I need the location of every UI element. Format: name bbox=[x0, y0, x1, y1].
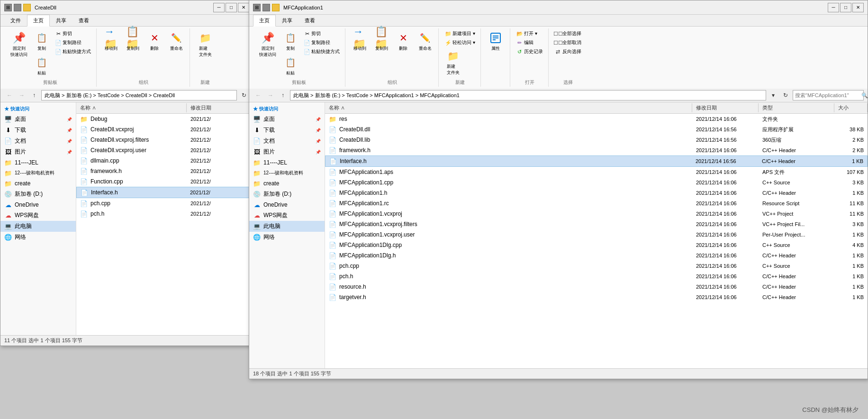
win2-open-btn[interactable]: 📂 打开 ▾ bbox=[514, 29, 540, 38]
win2-refresh-btn[interactable]: ↻ bbox=[780, 90, 791, 100]
table-row[interactable]: 📄pch.cpp 2021/12/ bbox=[76, 198, 253, 209]
win1-copy-btn[interactable]: 📋 复制 bbox=[32, 29, 52, 54]
win1-tab-view[interactable]: 查看 bbox=[72, 15, 95, 27]
win1-sidebar-downloads[interactable]: ⬇ 下载 📌 bbox=[0, 125, 76, 136]
win1-sidebar-thispc[interactable]: 💻 此电脑 bbox=[0, 221, 76, 232]
win2-sidebar-drive-d[interactable]: 💿 新加卷 (D:) bbox=[249, 189, 325, 200]
table-row[interactable]: 📄Interface.h 2021/12/ bbox=[76, 187, 253, 198]
win2-new-item-btn[interactable]: 📁 新建项目 ▾ bbox=[443, 29, 478, 38]
table-row[interactable]: 📄CreateDll.dll 2021/12/14 16:56 应用程序扩展 3… bbox=[325, 124, 868, 135]
win2-history-btn[interactable]: ↺ 历史记录 bbox=[514, 47, 545, 56]
win2-sidebar-jel[interactable]: 📁 11----JEL bbox=[249, 157, 325, 168]
win1-copypath-btn[interactable]: 📄 复制路径 bbox=[53, 38, 93, 47]
win1-sidebar-documents[interactable]: 📄 文档 📌 bbox=[0, 136, 76, 146]
win2-sidebar-network[interactable]: 🌐 网络 bbox=[249, 232, 325, 243]
win1-paste-btn[interactable]: 📋 粘贴 bbox=[32, 54, 52, 78]
win2-path-dropdown[interactable]: ▾ bbox=[768, 90, 778, 100]
win2-address-path[interactable]: 此电脑 > 新加卷 (E:) > TestCode > MFCApplicati… bbox=[290, 90, 766, 100]
win2-edit-btn[interactable]: ✏ 编辑 bbox=[514, 38, 536, 47]
win2-properties-btn[interactable]: 属性 bbox=[485, 29, 506, 54]
win2-close[interactable]: ✕ bbox=[852, 3, 864, 12]
win2-select-none-btn[interactable]: ☐☐ 全部取消 bbox=[552, 38, 584, 47]
win2-delete-btn[interactable]: ✕ 删除 bbox=[393, 29, 414, 54]
win2-maximize[interactable]: □ bbox=[840, 3, 851, 12]
win2-copy-btn[interactable]: 📋 复制 bbox=[280, 29, 300, 54]
win1-sidebar-jel[interactable]: 📁 11----JEL bbox=[0, 157, 76, 168]
win2-sidebar-documents[interactable]: 📄 文档 📌 bbox=[249, 136, 325, 146]
table-row[interactable]: 📄MFCApplication1.aps 2021/12/14 16:06 AP… bbox=[325, 167, 868, 177]
win1-new-folder-btn[interactable]: 📁 新建文件夹 bbox=[195, 29, 216, 60]
win2-minimize[interactable]: ─ bbox=[828, 3, 839, 12]
win1-forward-btn[interactable]: → bbox=[17, 90, 27, 100]
table-row[interactable]: 📄resource.h 2021/12/14 16:06 C/C++ Heade… bbox=[325, 282, 868, 292]
win1-sidebar-drive-d[interactable]: 💿 新加卷 (D:) bbox=[0, 189, 76, 200]
win2-sidebar-juhe[interactable]: 📁 12----骏和电机资料 bbox=[249, 168, 325, 178]
win2-tab-home[interactable]: 主页 bbox=[253, 15, 276, 27]
win2-sidebar-downloads[interactable]: ⬇ 下载 📌 bbox=[249, 125, 325, 136]
win1-refresh-btn[interactable]: ↻ bbox=[239, 90, 249, 100]
table-row[interactable]: 📁Debug 2021/12/ bbox=[76, 114, 253, 124]
win2-sidebar-desktop[interactable]: 🖥️ 桌面 📌 bbox=[249, 114, 325, 125]
table-row[interactable]: 📄Function.cpp 2021/12/ bbox=[76, 176, 253, 187]
win1-up-btn[interactable]: ↑ bbox=[29, 90, 39, 100]
win2-easy-access-btn[interactable]: ⚡ 轻松访问 ▾ bbox=[443, 38, 478, 47]
table-row[interactable]: 📄MFCApplication1Dlg.h 2021/12/14 16:06 C… bbox=[325, 250, 868, 261]
win1-sidebar-wps[interactable]: ☁ WPS网盘 bbox=[0, 210, 76, 221]
win1-sidebar-desktop[interactable]: 🖥️ 桌面 📌 bbox=[0, 114, 76, 125]
win1-sidebar-juhe[interactable]: 📁 12----骏和电机资料 bbox=[0, 168, 76, 178]
win1-tab-home[interactable]: 主页 bbox=[27, 15, 50, 27]
win2-back-btn[interactable]: ← bbox=[253, 90, 263, 100]
win1-maximize[interactable]: □ bbox=[226, 3, 237, 12]
win1-sidebar-create[interactable]: 📁 create bbox=[0, 178, 76, 189]
win1-back-btn[interactable]: ← bbox=[4, 90, 15, 100]
win1-pin-btn[interactable]: 📌 固定到快速访问 bbox=[7, 29, 31, 78]
win1-cut-btn[interactable]: ✂ 剪切 bbox=[53, 29, 93, 38]
win2-select-all-btn[interactable]: ☐☐ 全部选择 bbox=[552, 29, 584, 38]
win1-paste-shortcut-btn[interactable]: 📄 粘贴快捷方式 bbox=[53, 47, 93, 56]
table-row[interactable]: 📁res 2021/12/14 16:06 文件夹 bbox=[325, 114, 868, 124]
win2-search-input[interactable] bbox=[795, 92, 860, 98]
win1-move-btn[interactable]: →📁 移动到 bbox=[100, 29, 121, 54]
win2-forward-btn[interactable]: → bbox=[265, 90, 276, 100]
win2-move-btn[interactable]: →📁 移动到 bbox=[349, 29, 370, 54]
table-row[interactable]: 📄MFCApplication1.vcxproj.user 2021/12/14… bbox=[325, 229, 868, 240]
win2-new-folder-btn[interactable]: 📁 新建文件夹 bbox=[443, 47, 463, 78]
table-row[interactable]: 📄targetver.h 2021/12/14 16:06 C/C++ Head… bbox=[325, 292, 868, 302]
table-row[interactable]: 📄MFCApplication1Dlg.cpp 2021/12/14 16:06… bbox=[325, 240, 868, 250]
win2-col-size[interactable]: 大小 bbox=[834, 103, 868, 112]
win1-address-path[interactable]: 此电脑 > 新加卷 (E:) > TestCode > CreateDll > … bbox=[41, 90, 237, 100]
win2-pasteshortcut-btn[interactable]: 📄 粘贴快捷方式 bbox=[301, 47, 342, 56]
table-row[interactable]: 📄framework.h 2021/12/ bbox=[76, 166, 253, 176]
table-row[interactable]: 📄CreateDll.lib 2021/12/14 16:56 360压缩 2 … bbox=[325, 135, 868, 145]
win2-cut-btn[interactable]: ✂ 剪切 bbox=[301, 29, 342, 38]
win2-sidebar-wps[interactable]: ☁ WPS网盘 bbox=[249, 210, 325, 221]
win2-col-type[interactable]: 类型 bbox=[759, 103, 834, 112]
table-row[interactable]: 📄MFCApplication1.h 2021/12/14 16:06 C/C+… bbox=[325, 188, 868, 198]
win1-tab-share[interactable]: 共享 bbox=[50, 15, 72, 27]
win2-sidebar-pictures[interactable]: 🖼 图片 📌 bbox=[249, 146, 325, 157]
win1-sidebar-network[interactable]: 🌐 网络 bbox=[0, 232, 76, 243]
table-row[interactable]: 📄dllmain.cpp 2021/12/ bbox=[76, 155, 253, 166]
table-row[interactable]: 📄CreateDll.vcxproj 2021/12/ bbox=[76, 124, 253, 135]
table-row[interactable]: 📄pch.h 2021/12/14 16:06 C/C++ Header 1 K… bbox=[325, 271, 868, 282]
win2-sidebar-thispc[interactable]: 💻 此电脑 bbox=[249, 221, 325, 232]
win1-sidebar-onedrive[interactable]: ☁ OneDrive bbox=[0, 200, 76, 210]
win2-pin-btn[interactable]: 📌 固定到快速访问 bbox=[256, 29, 280, 78]
table-row[interactable]: 📄pch.cpp 2021/12/14 16:06 C++ Source 1 K… bbox=[325, 261, 868, 271]
table-row[interactable]: 📄CreateDll.vcxproj.user 2021/12/ bbox=[76, 145, 253, 155]
win2-rename-btn[interactable]: ✏️ 重命名 bbox=[415, 29, 435, 54]
win1-rename-btn[interactable]: ✏️ 重命名 bbox=[166, 29, 187, 54]
win2-invert-btn[interactable]: ⇄ 反向选择 bbox=[552, 47, 584, 56]
win1-sidebar-pictures[interactable]: 🖼 图片 📌 bbox=[0, 146, 76, 157]
win2-sidebar-onedrive[interactable]: ☁ OneDrive bbox=[249, 200, 325, 210]
table-row[interactable]: 📄framework.h 2021/12/14 16:06 C/C++ Head… bbox=[325, 145, 868, 155]
win2-copyto-btn[interactable]: 📋📁 复制到 bbox=[371, 29, 392, 54]
win2-col-name[interactable]: 名称 ∧ bbox=[325, 103, 692, 112]
win2-search-box[interactable]: 🔍 bbox=[793, 90, 864, 100]
table-row[interactable]: 📄CreateDll.vcxproj.filters 2021/12/ bbox=[76, 135, 253, 145]
win1-minimize[interactable]: ─ bbox=[213, 3, 225, 12]
win2-sidebar-create[interactable]: 📁 create bbox=[249, 178, 325, 189]
win2-tab-view[interactable]: 查看 bbox=[298, 15, 321, 27]
win1-col-name[interactable]: 名称 ∧ bbox=[76, 103, 187, 112]
win1-close[interactable]: ✕ bbox=[238, 3, 249, 12]
